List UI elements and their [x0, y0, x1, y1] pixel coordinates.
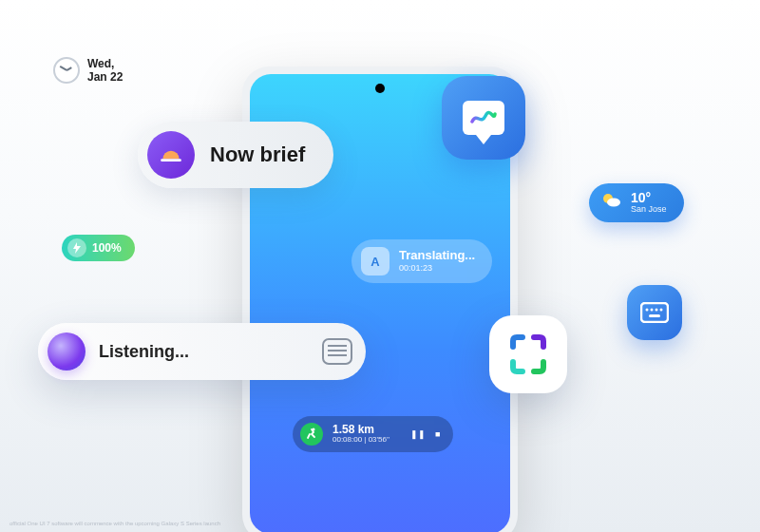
canvas-app-icon[interactable]: [442, 76, 525, 160]
weather-pill[interactable]: 10° San Jose: [589, 183, 684, 222]
now-brief-pill[interactable]: Now brief: [138, 122, 333, 188]
weather-temp: 10°: [631, 191, 667, 205]
svg-point-9: [313, 428, 315, 431]
translating-text: Translating... 00:01:23: [399, 249, 475, 273]
camera-punchhole: [375, 84, 385, 93]
battery-pill[interactable]: 100%: [62, 235, 135, 261]
weather-location: San Jose: [631, 205, 667, 215]
clock-icon: [53, 57, 80, 84]
date-line2: Jan 22: [87, 70, 123, 84]
running-pill[interactable]: 1.58 km 00:08:00 | 03'56'' ❚❚ ■: [293, 416, 453, 452]
bolt-icon: [67, 238, 86, 257]
weather-text: 10° San Jose: [631, 191, 667, 215]
footnote: official One UI 7 software will commence…: [10, 521, 220, 526]
keyboard-app-icon[interactable]: [627, 285, 682, 340]
translating-title: Translating...: [399, 249, 475, 263]
running-icon: [300, 423, 323, 446]
svg-rect-0: [161, 159, 181, 162]
listening-pill[interactable]: Listening...: [38, 323, 366, 380]
svg-rect-8: [649, 314, 660, 317]
date-text: Wed, Jan 22: [87, 57, 123, 85]
running-controls: ❚❚ ■: [410, 429, 440, 439]
running-time: 00:08:00 | 03'56'': [332, 436, 390, 445]
keyboard-icon[interactable]: [322, 338, 352, 365]
date-widget[interactable]: Wed, Jan 22: [53, 57, 123, 85]
scanner-icon-card[interactable]: [489, 315, 567, 393]
battery-percent: 100%: [92, 241, 122, 255]
stop-icon[interactable]: ■: [435, 429, 440, 439]
now-brief-label: Now brief: [210, 142, 305, 167]
keyboard-icon: [640, 302, 669, 323]
translating-pill[interactable]: A Translating... 00:01:23: [352, 239, 492, 283]
translating-time: 00:01:23: [399, 263, 475, 273]
svg-point-2: [607, 199, 620, 207]
scan-icon: [505, 332, 551, 377]
pause-icon[interactable]: ❚❚: [410, 429, 426, 439]
svg-point-4: [646, 309, 649, 312]
running-text: 1.58 km 00:08:00 | 03'56'': [332, 424, 390, 445]
sunset-icon: [147, 131, 195, 179]
date-line1: Wed,: [87, 57, 123, 70]
svg-point-6: [656, 309, 658, 312]
sun-cloud-icon: [600, 191, 621, 215]
svg-rect-3: [641, 303, 668, 322]
easel-icon: [463, 101, 504, 135]
listening-label: Listening...: [99, 342, 309, 362]
orb-icon: [48, 332, 86, 370]
translate-icon: A: [361, 247, 390, 276]
svg-point-7: [660, 309, 663, 312]
svg-point-5: [651, 309, 654, 312]
